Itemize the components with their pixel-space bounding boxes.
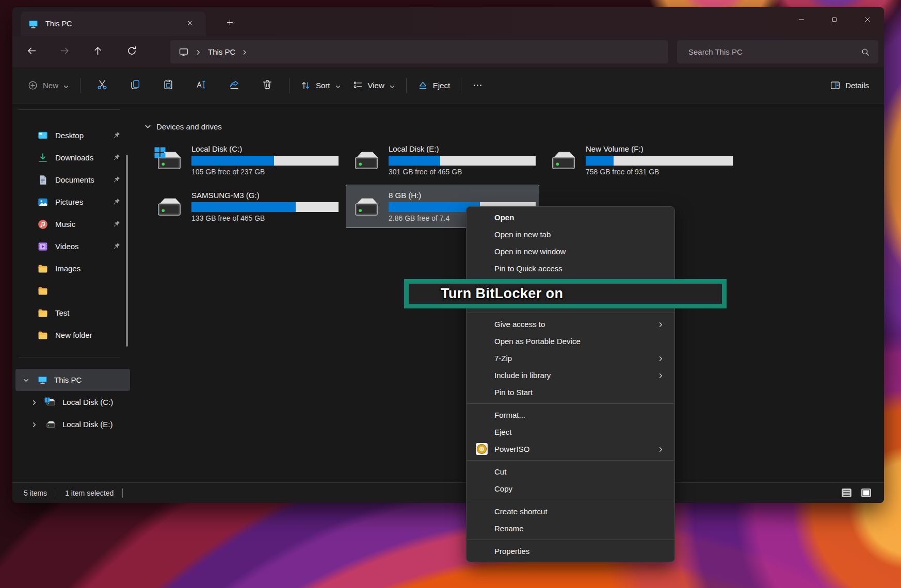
sidebar-item-desktop[interactable]: Desktop: [15, 124, 130, 146]
menu-item-label: Properties: [494, 547, 529, 556]
paste-icon: [163, 79, 174, 92]
share-button[interactable]: [218, 74, 251, 97]
tree-item-this-pc[interactable]: This PC: [15, 369, 130, 391]
large-icons-view-toggle-icon[interactable]: [860, 486, 873, 499]
drive-tile-local-disk-c[interactable]: Local Disk (C:)105 GB free of 237 GB: [149, 138, 342, 182]
chevron-right-icon: [657, 355, 664, 362]
tree-item-local-disk-c[interactable]: Local Disk (C:): [15, 391, 130, 413]
windows-logo-icon: [44, 396, 50, 401]
menu-item-pin-to-quick-access[interactable]: Pin to Quick access: [469, 260, 672, 277]
sidebar-item-documents[interactable]: Documents: [15, 169, 130, 191]
menu-item-label: Open: [494, 213, 514, 222]
forward-button[interactable]: [53, 40, 76, 63]
menu-item-open-in-new-window[interactable]: Open in new window: [469, 243, 672, 260]
menu-item-create-shortcut[interactable]: Create shortcut: [469, 503, 672, 520]
search-input[interactable]: [688, 47, 861, 56]
more-options-button[interactable]: [466, 75, 489, 95]
sidebar-scrollbar[interactable]: [126, 155, 128, 347]
chevron-right-icon: [657, 372, 664, 379]
details-button[interactable]: Details: [824, 75, 875, 95]
ellipsis-icon: [472, 80, 483, 91]
menu-item-label: PowerISO: [494, 445, 529, 453]
toolbar-divider: [406, 78, 407, 93]
chevron-right-icon[interactable]: [31, 421, 38, 428]
group-header-label: Devices and drives: [156, 122, 222, 131]
status-bar: 5 items 1 item selected: [12, 482, 884, 503]
close-button[interactable]: [851, 7, 884, 34]
sidebar-item-downloads[interactable]: Downloads: [15, 146, 130, 169]
drive-tile-new-volume-f[interactable]: New Volume (F:)758 GB free of 931 GB: [543, 138, 736, 182]
address-bar[interactable]: This PC: [170, 40, 668, 63]
menu-item-turn-bitlocker-on[interactable]: Turn BitLocker on: [441, 286, 563, 302]
drive-icon: [154, 194, 184, 219]
minimize-button[interactable]: [785, 7, 818, 34]
delete-button[interactable]: [251, 74, 284, 97]
sidebar-item-videos[interactable]: Videos: [15, 235, 130, 257]
folder-icon: [37, 263, 49, 274]
tab-strip: This PC: [12, 7, 884, 36]
eject-button[interactable]: Eject: [412, 75, 456, 95]
sidebar-item-label: New folder: [55, 331, 130, 339]
menu-item-label: Rename: [494, 524, 524, 533]
menu-item-open-as-portable-device[interactable]: Open as Portable Device: [469, 333, 672, 350]
menu-item-include-in-library[interactable]: Include in library: [469, 367, 672, 384]
drive-tile-samsung-m3-g[interactable]: SAMSUNG-M3 (G:)133 GB free of 465 GB: [149, 185, 342, 228]
chevron-down-icon[interactable]: [23, 377, 29, 383]
address-row: This PC: [12, 36, 884, 67]
breadcrumb[interactable]: This PC: [208, 47, 235, 56]
rename-button[interactable]: [185, 74, 218, 97]
drive-name: SAMSUNG-M3 (G:): [191, 191, 339, 200]
search-box: [677, 40, 878, 63]
pin-icon: [112, 242, 121, 251]
menu-item-label: 7-Zip: [494, 354, 512, 363]
chevron-right-icon[interactable]: [31, 399, 38, 405]
menu-item-format[interactable]: Format...: [469, 406, 672, 423]
up-button[interactable]: [86, 40, 109, 63]
search-icon: [861, 47, 870, 57]
new-button[interactable]: New: [22, 75, 75, 95]
sidebar-item-new-folder[interactable]: New folder: [15, 324, 130, 346]
selection-count: 1 item selected: [65, 489, 114, 497]
menu-item-cut[interactable]: Cut: [469, 463, 672, 480]
menu-item-eject[interactable]: Eject: [469, 423, 672, 440]
menu-item-rename[interactable]: Rename: [469, 520, 672, 537]
view-button[interactable]: View: [347, 75, 401, 95]
sidebar-item-label: Images: [55, 264, 130, 273]
drive-icon: [549, 148, 578, 172]
chevron-down-icon: [63, 83, 69, 89]
copy-button[interactable]: [119, 74, 152, 97]
tree-item-local-disk-e[interactable]: Local Disk (E:): [15, 413, 130, 435]
pin-icon: [112, 131, 121, 140]
paste-button[interactable]: [152, 74, 185, 97]
cut-button[interactable]: [86, 74, 119, 97]
back-button[interactable]: [20, 40, 43, 63]
new-tab-button[interactable]: [221, 14, 238, 32]
menu-item-give-access-to[interactable]: Give access to: [469, 316, 672, 333]
menu-item-open[interactable]: Open: [469, 209, 672, 226]
drive-usage-bar: [191, 156, 339, 166]
menu-item-pin-to-start[interactable]: Pin to Start: [469, 384, 672, 401]
sidebar-item-pictures[interactable]: Pictures: [15, 191, 130, 213]
refresh-button[interactable]: [120, 40, 143, 63]
chevron-down-icon[interactable]: [144, 123, 152, 130]
menu-item-poweriso[interactable]: PowerISO: [469, 440, 672, 458]
sidebar-item-folder[interactable]: [15, 280, 130, 302]
details-view-toggle-icon[interactable]: [840, 486, 853, 499]
drive-name: Local Disk (E:): [389, 144, 536, 153]
menu-item-open-in-new-tab[interactable]: Open in new tab: [469, 226, 672, 243]
menu-item-7-zip[interactable]: 7-Zip: [469, 350, 672, 367]
tab-close-icon[interactable]: [183, 17, 197, 30]
menu-item-properties[interactable]: Properties: [469, 543, 672, 560]
sidebar-item-images[interactable]: Images: [15, 257, 130, 280]
menu-item-label: Cut: [494, 467, 506, 476]
drive-free-space: 133 GB free of 465 GB: [191, 214, 339, 222]
tab-this-pc[interactable]: This PC: [21, 11, 206, 36]
sidebar-item-test[interactable]: Test: [15, 302, 130, 324]
drive-tile-local-disk-e[interactable]: Local Disk (E:)301 GB free of 465 GB: [346, 138, 539, 182]
menu-item-copy[interactable]: Copy: [469, 480, 672, 497]
maximize-button[interactable]: [818, 7, 851, 34]
menu-separator: [467, 540, 674, 540]
sort-button[interactable]: Sort: [295, 75, 347, 95]
sidebar-item-music[interactable]: Music: [15, 213, 130, 235]
pin-icon: [112, 220, 121, 228]
